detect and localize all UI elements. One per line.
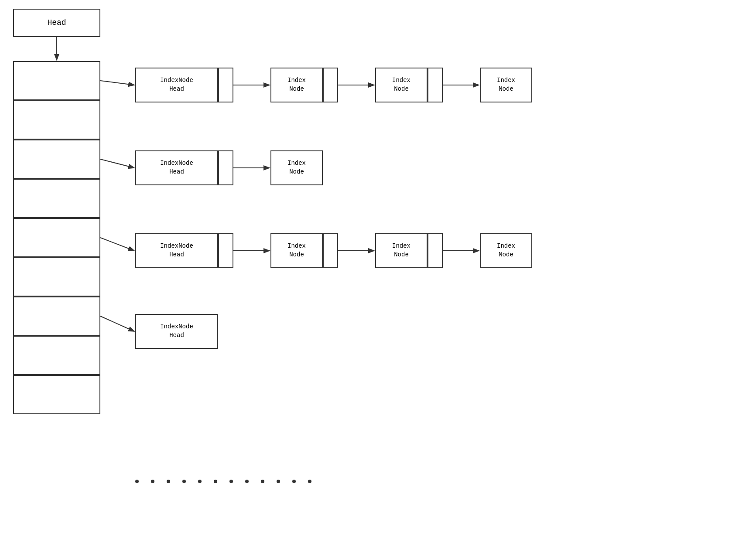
index-head-row2: IndexNodeHead (135, 233, 218, 268)
diagram-container: Head IndexNodeHead IndexNode IndexNode I… (0, 0, 756, 542)
dot-12 (308, 480, 311, 483)
dot-1 (135, 480, 139, 483)
index-node-row2-2: IndexNode (375, 233, 428, 268)
dot-10 (277, 480, 280, 483)
dot-8 (245, 480, 249, 483)
index-head-row1: IndexNodeHead (135, 150, 218, 185)
index-head-row1-label: IndexNodeHead (160, 159, 193, 176)
list-cell-7 (13, 336, 100, 375)
index-head-row0-label: IndexNodeHead (160, 76, 193, 93)
svg-line-8 (100, 238, 134, 251)
pointer-cell-row0-1 (323, 68, 338, 102)
list-cell-4 (13, 218, 100, 257)
pointer-cell-row0-2 (428, 68, 443, 102)
pointer-cell-row2-2 (428, 233, 443, 268)
dot-7 (229, 480, 233, 483)
list-cell-6 (13, 297, 100, 336)
index-head-row2-label: IndexNodeHead (160, 242, 193, 259)
pointer-cell-head-row1 (218, 150, 233, 185)
dot-3 (167, 480, 170, 483)
index-node-row0-2: IndexNode (375, 68, 428, 102)
index-node-row2-3: IndexNode (480, 233, 532, 268)
index-node-row0-3: IndexNode (480, 68, 532, 102)
dot-2 (151, 480, 154, 483)
list-cell-1 (13, 100, 100, 140)
pointer-cell-head-row0 (218, 68, 233, 102)
dot-9 (261, 480, 264, 483)
head-label: Head (47, 18, 66, 28)
index-node-row1-1: IndexNode (270, 150, 323, 185)
list-cell-8 (13, 375, 100, 414)
index-head-row3-label: IndexNodeHead (160, 323, 193, 340)
index-head-row3: IndexNodeHead (135, 314, 218, 349)
list-cell-2 (13, 140, 100, 179)
svg-line-6 (100, 159, 134, 168)
svg-line-12 (100, 316, 134, 331)
index-head-row0: IndexNodeHead (135, 68, 218, 102)
head-node: Head (13, 9, 100, 37)
index-node-row0-1: IndexNode (270, 68, 323, 102)
dots-row (135, 480, 311, 483)
svg-line-2 (100, 81, 134, 85)
index-node-row2-1: IndexNode (270, 233, 323, 268)
dot-11 (292, 480, 296, 483)
dot-4 (182, 480, 186, 483)
pointer-cell-head-row2 (218, 233, 233, 268)
list-cell-5 (13, 257, 100, 297)
pointer-cell-row2-1 (323, 233, 338, 268)
list-cell-0 (13, 61, 100, 100)
dot-6 (214, 480, 217, 483)
dot-5 (198, 480, 202, 483)
list-cell-3 (13, 179, 100, 218)
